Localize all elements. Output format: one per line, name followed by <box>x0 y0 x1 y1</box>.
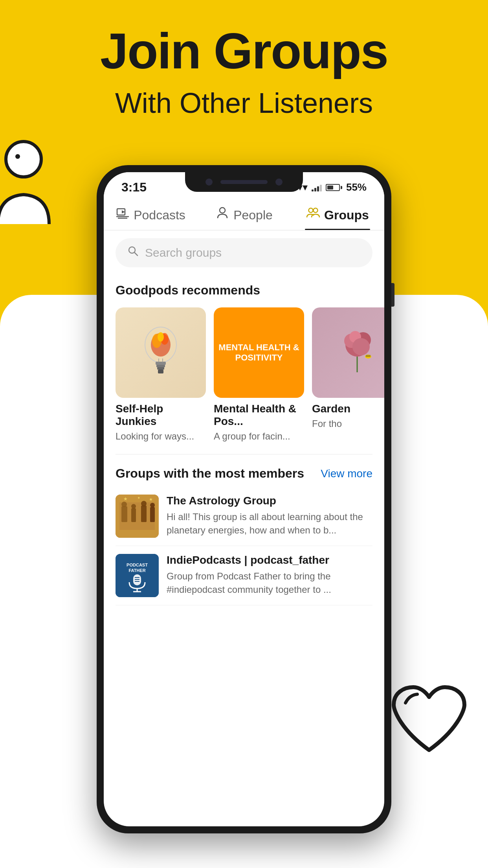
tab-bar: Podcasts People <box>104 199 384 230</box>
svg-rect-37 <box>141 506 147 522</box>
most-members-title: Groups with the most members <box>116 466 304 481</box>
phone-container: 3:15 ▾▾ 55 <box>97 165 391 833</box>
svg-point-8 <box>314 208 318 213</box>
svg-text:★: ★ <box>149 497 153 502</box>
side-button <box>391 283 394 307</box>
svg-text:★: ★ <box>123 496 128 502</box>
svg-point-26 <box>352 338 370 355</box>
bar2 <box>314 188 316 191</box>
most-members-list: ★ ✦ ★ The Astrology Group Hi all! This g… <box>104 487 384 605</box>
section-divider <box>116 454 372 454</box>
card-mental-health-image: MENTAL HEALTH & POSITIVITY <box>214 307 304 398</box>
card-mental-health-desc: A group for facin... <box>214 430 304 442</box>
svg-rect-17 <box>156 365 165 367</box>
card-mental-health-name: Mental Health & Pos... <box>214 403 304 428</box>
people-icon <box>215 206 229 224</box>
tab-people-label: People <box>233 208 273 223</box>
astrology-thumb: ★ ✦ ★ <box>116 495 159 538</box>
sub-title: With Other Listeners <box>0 87 488 119</box>
svg-line-10 <box>134 252 138 256</box>
view-more-link[interactable]: View more <box>321 467 372 480</box>
svg-rect-18 <box>157 367 164 370</box>
phone-screen: 3:15 ▾▾ 55 <box>104 172 384 826</box>
card-self-help-name: Self-Help Junkies <box>116 403 206 428</box>
podcasts-icon <box>116 206 130 224</box>
list-item-indiepodcasts[interactable]: PODCAST FATHER <box>116 546 372 605</box>
search-placeholder: Search groups <box>145 246 222 259</box>
tab-groups-inner: Groups <box>306 206 369 224</box>
card-garden-desc: For tho <box>312 417 384 430</box>
astrology-name: The Astrology Group <box>167 495 372 507</box>
card-self-help-image <box>116 307 206 398</box>
tab-groups[interactable]: Groups <box>291 199 384 230</box>
svg-text:PODCAST: PODCAST <box>127 563 148 567</box>
tab-podcasts[interactable]: Podcasts <box>104 199 197 230</box>
garden-image <box>312 307 384 398</box>
search-icon <box>127 245 139 260</box>
camera-dot-2 <box>275 178 283 186</box>
svg-text:✦: ✦ <box>137 496 140 500</box>
battery-icon <box>326 184 342 191</box>
tab-groups-label: Groups <box>324 208 369 223</box>
tab-podcasts-label: Podcasts <box>134 208 185 223</box>
main-title: Join Groups <box>0 24 488 79</box>
card-self-help-desc: Looking for ways... <box>116 430 206 442</box>
svg-point-7 <box>309 208 313 213</box>
indiepodcasts-image: PODCAST FATHER <box>116 554 159 597</box>
svg-rect-16 <box>156 362 166 365</box>
mental-health-image: MENTAL HEALTH & POSITIVITY <box>214 307 304 398</box>
speaker-bar <box>220 180 268 184</box>
astrology-content: The Astrology Group Hi all! This group i… <box>167 495 372 537</box>
bar4 <box>320 185 322 191</box>
astrology-desc: Hi all! This group is all about learning… <box>167 510 372 537</box>
indiepodcasts-thumb: PODCAST FATHER <box>116 554 159 597</box>
battery-body <box>326 184 340 191</box>
recommended-cards: Self-Help Junkies Looking for ways... ME… <box>104 303 384 450</box>
svg-point-6 <box>220 208 225 213</box>
card-self-help[interactable]: Self-Help Junkies Looking for ways... <box>116 307 206 442</box>
status-time: 3:15 <box>121 180 147 195</box>
card-garden-image <box>312 307 384 398</box>
indiepodcasts-desc: Group from Podcast Father to bring the #… <box>167 570 372 596</box>
camera-dot <box>205 178 213 186</box>
heart-decoration <box>390 683 468 762</box>
battery-tip <box>341 186 342 189</box>
card-garden[interactable]: Garden For tho <box>312 307 384 442</box>
tab-podcasts-inner: Podcasts <box>116 206 185 224</box>
svg-rect-33 <box>121 506 127 522</box>
battery-fill <box>327 186 333 189</box>
indiepodcasts-content: IndiePodcasts | podcast_father Group fro… <box>167 554 372 596</box>
phone-frame: 3:15 ▾▾ 55 <box>97 165 391 833</box>
svg-rect-39 <box>150 507 155 522</box>
indiepodcasts-name: IndiePodcasts | podcast_father <box>167 554 372 566</box>
recommended-title: Goodpods recommends <box>116 283 260 298</box>
bulb-image <box>116 307 206 398</box>
astrology-image: ★ ✦ ★ <box>116 495 159 538</box>
card-garden-name: Garden <box>312 403 384 415</box>
screen-content: Goodpods recommends <box>104 275 384 826</box>
svg-text:FATHER: FATHER <box>128 568 145 573</box>
most-members-header: Groups with the most members View more <box>104 458 384 487</box>
svg-point-0 <box>6 142 41 177</box>
bar1 <box>312 189 314 191</box>
bar3 <box>317 186 319 191</box>
battery-percent: 55% <box>346 181 367 193</box>
header-section: Join Groups With Other Listeners <box>0 24 488 119</box>
search-bar[interactable]: Search groups <box>116 238 372 267</box>
svg-point-34 <box>121 502 127 507</box>
mental-health-image-text: MENTAL HEALTH & POSITIVITY <box>218 342 300 363</box>
svg-point-38 <box>141 501 147 506</box>
list-item-astrology[interactable]: ★ ✦ ★ The Astrology Group Hi all! This g… <box>116 487 372 546</box>
signal-bars-icon <box>312 184 322 191</box>
svg-point-36 <box>131 504 136 509</box>
groups-icon <box>306 206 320 224</box>
card-mental-health[interactable]: MENTAL HEALTH & POSITIVITY Mental Health… <box>214 307 304 442</box>
svg-point-40 <box>150 503 155 508</box>
svg-point-1 <box>15 154 20 159</box>
tab-people-inner: People <box>215 206 273 224</box>
svg-rect-19 <box>158 370 163 373</box>
tab-people[interactable]: People <box>197 199 291 230</box>
person-decoration <box>0 138 55 224</box>
phone-notch <box>185 172 303 192</box>
recommended-header: Goodpods recommends <box>104 275 384 303</box>
